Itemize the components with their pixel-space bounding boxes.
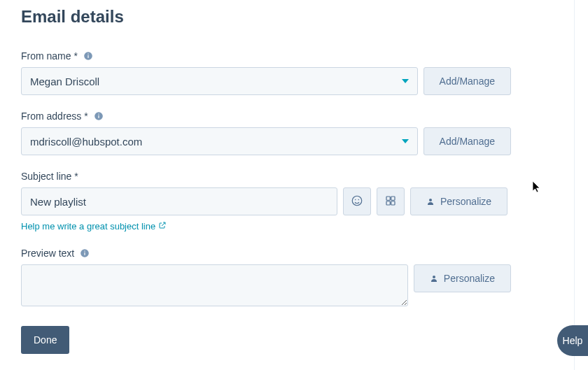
- done-button[interactable]: Done: [21, 326, 69, 354]
- smart-content-button[interactable]: [377, 187, 405, 215]
- svg-rect-9: [386, 197, 390, 200]
- svg-rect-15: [85, 252, 85, 255]
- info-icon[interactable]: [80, 248, 90, 258]
- smart-icon: [384, 194, 397, 209]
- emoji-button[interactable]: [343, 187, 371, 215]
- preview-text-input[interactable]: [21, 264, 408, 306]
- preview-label: Preview text: [21, 248, 74, 259]
- from-name-label: From name *: [21, 50, 78, 62]
- subject-personalize-button[interactable]: Personalize: [410, 187, 507, 215]
- from-address-value: mdriscoll@hubspot.com: [30, 136, 142, 148]
- info-icon[interactable]: [94, 111, 104, 121]
- info-icon[interactable]: [83, 51, 93, 61]
- subject-label-row: Subject line *: [21, 171, 553, 182]
- subject-label: Subject line *: [21, 171, 78, 182]
- svg-rect-11: [386, 201, 390, 204]
- svg-rect-5: [98, 114, 99, 115]
- svg-point-7: [355, 199, 356, 200]
- svg-point-13: [429, 199, 432, 201]
- page-title: Email details: [21, 7, 553, 27]
- caret-down-icon: [402, 79, 409, 83]
- person-icon: [426, 197, 435, 206]
- svg-rect-2: [88, 54, 88, 55]
- subject-field: Subject line * Personalize Hel: [21, 171, 553, 232]
- smile-icon: [351, 194, 363, 209]
- person-icon: [430, 274, 438, 283]
- from-name-select[interactable]: Megan Driscoll: [21, 67, 418, 95]
- subject-input[interactable]: [21, 187, 337, 215]
- svg-point-6: [352, 196, 362, 206]
- external-link-icon: [155, 221, 167, 232]
- svg-rect-4: [98, 115, 99, 118]
- svg-rect-16: [85, 251, 85, 252]
- right-divider: [574, 0, 588, 370]
- preview-text-field: Preview text Personalize: [21, 248, 553, 306]
- svg-point-8: [358, 199, 360, 200]
- svg-rect-10: [391, 197, 395, 200]
- from-address-manage-button[interactable]: Add/Manage: [424, 127, 511, 155]
- svg-point-17: [433, 276, 435, 278]
- from-address-label-row: From address *: [21, 111, 553, 122]
- help-button[interactable]: Help: [557, 325, 588, 356]
- svg-rect-1: [88, 55, 88, 58]
- from-name-manage-button[interactable]: Add/Manage: [424, 67, 511, 95]
- preview-personalize-button[interactable]: Personalize: [414, 264, 511, 292]
- email-details-panel: Email details From name * Megan Driscoll…: [0, 0, 574, 370]
- from-name-field: From name * Megan Driscoll Add/Manage: [21, 50, 553, 95]
- svg-rect-12: [391, 201, 395, 204]
- from-name-label-row: From name *: [21, 50, 553, 62]
- from-address-select[interactable]: mdriscoll@hubspot.com: [21, 127, 418, 155]
- preview-label-row: Preview text: [21, 248, 553, 259]
- from-address-label: From address *: [21, 111, 88, 122]
- caret-down-icon: [402, 139, 409, 143]
- from-name-value: Megan Driscoll: [30, 76, 99, 87]
- subject-help-link[interactable]: Help me write a great subject line: [21, 221, 167, 232]
- from-address-field: From address * mdriscoll@hubspot.com Add…: [21, 111, 553, 155]
